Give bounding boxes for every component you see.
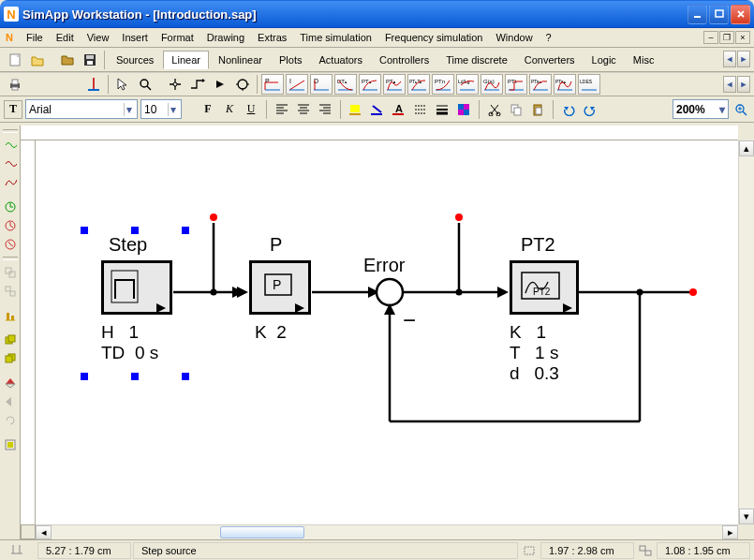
line-width-button[interactable] xyxy=(433,100,451,119)
menu-frequency-simulation[interactable]: Frequency simulation xyxy=(378,30,490,45)
scroll-right-button[interactable]: ▸ xyxy=(722,525,738,539)
menu-window[interactable]: Window xyxy=(489,30,539,45)
align-right-button[interactable] xyxy=(316,100,334,119)
palette-scroll-left[interactable]: ◄ xyxy=(723,76,736,93)
zoom-in-button[interactable] xyxy=(732,100,750,119)
font-name-select[interactable]: Arial▾ xyxy=(25,99,138,119)
palette-pta1[interactable]: PTa₁ xyxy=(529,74,552,95)
menu-help[interactable]: ? xyxy=(540,30,558,45)
pattern-button[interactable] xyxy=(454,100,473,119)
side-layers[interactable] xyxy=(2,436,19,453)
side-clock-3[interactable] xyxy=(2,236,19,253)
menu-drawing[interactable]: Drawing xyxy=(200,30,251,45)
pan-tool[interactable] xyxy=(165,74,185,95)
tab-converters[interactable]: Converters xyxy=(517,51,583,69)
pointer-tool[interactable] xyxy=(112,74,133,95)
side-align[interactable] xyxy=(2,307,19,324)
palette-dt1[interactable]: DT₁ xyxy=(334,74,357,95)
align-left-button[interactable] xyxy=(273,100,291,119)
menu-file[interactable]: File xyxy=(20,30,50,45)
scroll-up-button[interactable]: ▴ xyxy=(739,140,754,156)
block-p[interactable]: P xyxy=(249,260,311,315)
block-pt2[interactable]: PT2 xyxy=(510,260,579,315)
zoom-tool[interactable] xyxy=(135,74,155,95)
italic-button[interactable]: K xyxy=(220,100,239,119)
menu-time-simulation[interactable]: Time simulation xyxy=(293,30,378,45)
tab-scroll-left[interactable]: ◄ xyxy=(723,51,736,67)
line-style-button[interactable] xyxy=(411,100,430,119)
palette-ptn[interactable]: PTn xyxy=(432,74,454,95)
scroll-thumb[interactable] xyxy=(220,526,304,538)
underline-button[interactable]: U xyxy=(242,100,260,119)
scroll-left-button[interactable]: ◂ xyxy=(36,525,52,539)
palette-ldlg[interactable]: Ld/Lg xyxy=(456,74,479,95)
cut-button[interactable] xyxy=(485,100,504,119)
print-button[interactable] xyxy=(5,74,25,95)
reverse-tool[interactable] xyxy=(210,74,230,95)
menu-edit[interactable]: Edit xyxy=(50,30,81,45)
junction-tool[interactable] xyxy=(232,74,253,95)
side-clock-1[interactable] xyxy=(2,199,19,215)
new-button[interactable] xyxy=(5,50,25,70)
copy-button[interactable] xyxy=(507,100,525,119)
text-color-button[interactable]: A xyxy=(390,100,408,119)
tab-misc[interactable]: Misc xyxy=(626,51,662,69)
mdi-minimize-button[interactable]: – xyxy=(703,31,718,44)
scroll-down-button[interactable]: ▾ xyxy=(739,508,754,524)
redo-button[interactable] xyxy=(581,100,599,119)
palette-ldes[interactable]: LDES xyxy=(578,74,600,95)
mdi-close-button[interactable]: × xyxy=(735,31,750,44)
text-tool[interactable]: T xyxy=(4,100,22,119)
save-button[interactable] xyxy=(80,50,100,70)
minimize-button[interactable] xyxy=(687,5,707,24)
palette-pta2[interactable]: PTa₂ xyxy=(554,74,576,95)
menu-insert[interactable]: Insert xyxy=(115,30,155,45)
canvas[interactable]: − Step H 1 TD 0 s P P K 2 Error PT2 PT2 xyxy=(36,140,738,524)
side-clock-2[interactable] xyxy=(2,217,19,234)
side-tool-3[interactable] xyxy=(2,174,19,191)
side-flip-h[interactable] xyxy=(2,393,19,410)
side-ungroup[interactable] xyxy=(2,283,19,300)
palette-d[interactable]: D xyxy=(310,74,333,95)
tab-nonlinear[interactable]: Nonlinear xyxy=(211,51,270,69)
palette-pt1[interactable]: PT₁ xyxy=(359,74,381,95)
palette-p[interactable]: P xyxy=(261,74,284,95)
tab-plots[interactable]: Plots xyxy=(272,51,309,69)
paste-button[interactable] xyxy=(528,100,547,119)
palette-pt1t2[interactable]: PT₁T₂ xyxy=(407,74,430,95)
tab-scroll-right[interactable]: ► xyxy=(737,51,750,67)
align-center-button[interactable] xyxy=(294,100,313,119)
tab-actuators[interactable]: Actuators xyxy=(312,51,370,69)
menu-extras[interactable]: Extras xyxy=(251,30,293,45)
palette-pt2[interactable]: PT₂ xyxy=(383,74,406,95)
probe-tool[interactable] xyxy=(83,74,104,95)
mdi-restore-button[interactable]: ❐ xyxy=(719,31,734,44)
bold-button[interactable]: F xyxy=(199,100,217,119)
wire-tool[interactable] xyxy=(187,74,208,95)
palette-gs[interactable]: G(s) xyxy=(480,74,503,95)
side-back[interactable] xyxy=(2,350,19,367)
side-rotate[interactable] xyxy=(2,412,19,429)
zoom-select[interactable]: 200%▾ xyxy=(673,99,729,119)
side-front[interactable] xyxy=(2,332,19,348)
side-group[interactable] xyxy=(2,264,19,281)
palette-scroll-right[interactable]: ► xyxy=(737,76,750,93)
font-size-select[interactable]: 10▾ xyxy=(140,99,182,119)
menu-format[interactable]: Format xyxy=(155,30,200,45)
scrollbar-vertical[interactable]: ▴ ▾ xyxy=(738,140,754,524)
open-button[interactable] xyxy=(27,50,48,70)
tab-time-discrete[interactable]: Time discrete xyxy=(438,51,515,69)
palette-ptt[interactable]: PTt xyxy=(505,74,527,95)
tab-logic[interactable]: Logic xyxy=(584,51,624,69)
side-tool-2[interactable] xyxy=(2,155,19,172)
close-button[interactable] xyxy=(731,5,750,24)
side-tool-1[interactable] xyxy=(2,137,19,154)
tab-controllers[interactable]: Controllers xyxy=(372,51,436,69)
fill-color-button[interactable] xyxy=(347,100,365,119)
block-step[interactable] xyxy=(101,260,172,315)
scrollbar-horizontal[interactable]: ◂ ▸ xyxy=(36,524,738,539)
folder-button[interactable] xyxy=(57,50,78,70)
side-flip-v[interactable] xyxy=(2,375,19,391)
ruler-corner[interactable] xyxy=(21,524,36,539)
line-color-button[interactable] xyxy=(368,100,387,119)
